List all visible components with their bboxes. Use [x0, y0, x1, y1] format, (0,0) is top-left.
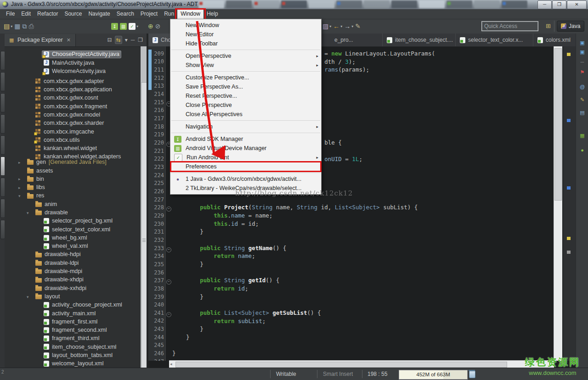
dropdown-arrow-icon[interactable]: ▾ — [340, 24, 342, 28]
collapse-all-icon[interactable]: ⊟ — [107, 36, 112, 44]
restore-view-icon[interactable]: ▣ — [578, 39, 586, 46]
tree-item[interactable]: com.xbcx.gdwx.cosnt — [5, 91, 141, 99]
twistie-icon[interactable]: ▸ — [18, 184, 21, 192]
code-line[interactable]: 243 } — [148, 325, 555, 333]
menu-item-close-all-perspectives[interactable]: Close All Perspectives — [170, 110, 321, 119]
tree-item[interactable]: item_choose_subject.xml — [5, 343, 141, 351]
scrollbar-thumb[interactable] — [554, 48, 562, 201]
back-icon[interactable]: ← — [333, 22, 339, 30]
last-edit-location-icon[interactable]: ✎ — [355, 22, 361, 30]
menubar-item-refactor[interactable]: Refactor — [34, 9, 61, 19]
twistie-icon[interactable]: ▸ — [18, 175, 21, 183]
menubar-item-run[interactable]: Run — [161, 9, 177, 19]
quick-access-box[interactable] — [481, 21, 538, 31]
fold-marker[interactable] — [165, 244, 172, 252]
code-line[interactable]: 246} — [148, 349, 555, 358]
menubar-item-navigate[interactable]: Navigate — [85, 9, 113, 19]
twistie-icon[interactable]: ▸ — [18, 158, 21, 167]
quick-access-input[interactable] — [482, 22, 538, 31]
forward-icon[interactable]: → — [344, 22, 351, 30]
titlebar[interactable]: Java - Gdwx3.0/src/com/xbcx/gdwx/activit… — [0, 0, 588, 10]
menubar-item-file[interactable]: File — [3, 9, 18, 19]
tree-item[interactable]: JWelcomeActivity.java — [5, 66, 141, 74]
tree-item[interactable]: wheel_bg.xml — [5, 234, 141, 242]
menu-item-run-android-lint[interactable]: ✓Run Android Lint▸ — [170, 153, 321, 162]
menu-item-android-sdk-manager[interactable]: ↧Android SDK Manager — [170, 134, 321, 144]
code-line[interactable]: 229 this.name = name; — [148, 212, 555, 220]
code-line[interactable]: 242 return subList; — [148, 317, 555, 325]
code-line[interactable]: 235 } — [148, 260, 555, 268]
save-all-icon[interactable]: ⧉ — [22, 22, 27, 30]
fold-marker[interactable] — [165, 276, 172, 285]
menu-item-navigation[interactable]: Navigation▸ — [170, 122, 321, 131]
editor-tab-selector-text-color-x[interactable]: selector_text_color.x... — [456, 34, 533, 46]
console-view-icon[interactable]: ▤ — [578, 109, 586, 116]
save-icon[interactable]: ▦ — [14, 22, 20, 30]
minimize-view-icon[interactable]: ─ — [131, 36, 135, 44]
tree-item[interactable]: wheel_val.xml — [5, 242, 141, 251]
ruler-annotation[interactable] — [567, 237, 571, 240]
open-type-icon[interactable]: ▨ — [322, 22, 328, 30]
tree-item[interactable]: assets — [5, 167, 141, 175]
garbage-collect-icon[interactable] — [469, 371, 475, 378]
menu-item-close-perspective[interactable]: Close Perspective — [170, 101, 321, 110]
tree-item[interactable]: ▸gen [Generated Java Files] — [5, 158, 141, 167]
avd-manager-icon[interactable]: ▥ — [120, 23, 127, 30]
tree-item[interactable]: drawable-xhdpi — [5, 276, 141, 284]
menu-item-preferences[interactable]: Preferences — [170, 162, 321, 171]
tree-item[interactable]: com.xbcx.gdwx.model — [5, 108, 141, 116]
code-line[interactable]: 239 } — [148, 293, 555, 301]
dropdown-arrow-icon[interactable]: ▾ — [351, 24, 353, 28]
tree-item[interactable]: selector_text_color.xml — [5, 225, 141, 234]
tree-item[interactable]: drawable-hdpi — [5, 251, 141, 259]
tree-item[interactable]: layout_bottom_tabs.xml — [5, 352, 141, 360]
view-menu-icon[interactable]: ▾ — [125, 36, 128, 44]
tree-item[interactable]: ▾layout — [5, 293, 141, 301]
package-explorer-tab[interactable]: ▦ Package Explorer ✕ — [5, 34, 76, 46]
menu-item-customize-perspective[interactable]: Customize Perspective... — [170, 73, 321, 82]
menu-item-reset-perspective[interactable]: Reset Perspective... — [170, 91, 321, 101]
menu-item-new-editor[interactable]: New Editor — [170, 30, 321, 39]
fold-marker[interactable] — [165, 309, 172, 317]
package-explorer-scrollbar[interactable] — [141, 46, 147, 368]
ruler-annotation[interactable] — [567, 119, 571, 122]
tree-item[interactable]: com.xbcx.utils — [5, 133, 141, 141]
tree-item[interactable]: JChooseProjectActivity.java — [5, 49, 141, 57]
code-line[interactable]: 240 — [148, 301, 555, 309]
tree-item[interactable]: activity_choose_project.xml — [5, 301, 141, 309]
menubar-item-edit[interactable]: Edit — [18, 9, 34, 19]
code-line[interactable]: 238 return id; — [148, 285, 555, 293]
close-button[interactable]: ✕ — [567, 0, 587, 9]
code-line[interactable]: 241 public List<Subject> getSubList() { — [148, 309, 555, 317]
ruler-annotation[interactable] — [567, 186, 571, 190]
editor-vertical-scrollbar[interactable] — [554, 46, 562, 361]
tree-item[interactable]: drawable-ldpi — [5, 259, 141, 267]
menu-item-open-perspective[interactable]: Open Perspective▸ — [170, 51, 321, 61]
menu-item-show-view[interactable]: Show View▸ — [170, 61, 321, 70]
tree-item[interactable]: com.xbcx.gdwx.application — [5, 83, 141, 91]
menubar-item-source[interactable]: Source — [61, 9, 85, 19]
menubar-item-project[interactable]: Project — [137, 9, 161, 19]
tree-item[interactable]: activity_main.xml — [5, 309, 141, 318]
open-perspective-icon[interactable]: ⊞ — [546, 22, 551, 29]
android-sdk-manager-icon[interactable]: ↧ — [111, 23, 118, 30]
tree-item[interactable]: com.xbcx.gdwx.adapter — [5, 74, 141, 83]
code-line[interactable]: 236 — [148, 268, 555, 277]
tree-item[interactable]: JMainActivity.java — [5, 57, 141, 66]
drag-handle-icon[interactable]: ─ — [578, 58, 586, 66]
problems-view-icon[interactable]: ⚑ — [578, 68, 586, 76]
tree-item[interactable]: drawable-mdpi — [5, 268, 141, 276]
tree-item[interactable]: ▸bin — [5, 175, 141, 183]
tree-item[interactable]: ▾res — [5, 192, 141, 200]
print-icon[interactable]: ⎙ — [28, 22, 34, 30]
twistie-icon[interactable]: ▾ — [27, 293, 29, 301]
tree-item[interactable]: com.xbcx.gdwx.sharder — [5, 116, 141, 124]
code-line[interactable]: 232 — [148, 236, 555, 244]
menubar-item-help[interactable]: Help — [204, 9, 221, 19]
tree-item[interactable]: drawable-xxhdpi — [5, 284, 141, 292]
fold-marker[interactable] — [165, 203, 172, 212]
menubar-item-window[interactable]: Window — [177, 9, 204, 19]
code-line[interactable]: 233 public String getName() { — [148, 244, 555, 252]
scroll-left-arrow-icon[interactable]: ◂ — [170, 362, 172, 366]
lint-view-icon[interactable]: ● — [578, 146, 586, 154]
